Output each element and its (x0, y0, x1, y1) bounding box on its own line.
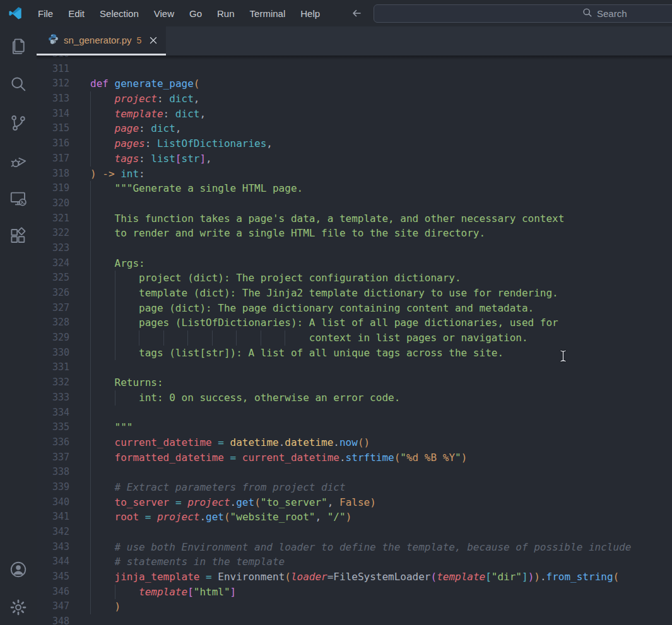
line-number: 333 (37, 390, 69, 406)
code-text: ) -> int: (90, 166, 145, 182)
code-line-314[interactable]: 314 template: dict, (37, 107, 672, 122)
code-editor[interactable]: 310311312def generate_page(313 project: … (37, 55, 672, 625)
sidebar-item-run-and-debug[interactable] (0, 146, 37, 176)
code-line-342[interactable]: 342 (37, 525, 672, 540)
code-line-344[interactable]: 344 # statements in the template (37, 554, 672, 570)
menu-item-go[interactable]: Go (182, 5, 209, 22)
code-line-330[interactable]: 330 tags (list[str]): A list of all uniq… (37, 346, 672, 361)
code-line-312[interactable]: 312def generate_page( (37, 76, 672, 91)
indent-guide (115, 271, 115, 286)
menu-item-terminal[interactable]: Terminal (242, 5, 293, 22)
close-icon[interactable] (149, 36, 158, 45)
code-line-322[interactable]: 322 to render and write a single HTML fi… (37, 226, 672, 241)
code-line-345[interactable]: 345 jinja_template = Environment(loader=… (37, 570, 672, 585)
tab-bar: sn_generator.py 5 (37, 26, 672, 55)
code-text: ) (90, 599, 121, 614)
code-line-316[interactable]: 316 pages: ListOfDictionaries, (37, 136, 672, 151)
indent-guide (90, 375, 91, 390)
code-line-333[interactable]: 333 int: 0 on success, otherwise an erro… (37, 390, 672, 406)
code-line-326[interactable]: 326 template (dict): The Jinja2 template… (37, 286, 672, 301)
code-line-324[interactable]: 324 Args: (37, 256, 672, 271)
indent-guide (285, 330, 285, 346)
code-line-331[interactable]: 331 (37, 360, 672, 375)
line-number: 318 (37, 166, 69, 182)
code-line-336[interactable]: 336 current_datetime = datetime.datetime… (37, 435, 672, 450)
code-line-323[interactable]: 323 (37, 241, 672, 256)
sidebar-item-source-control[interactable] (0, 108, 37, 138)
code-line-334[interactable]: 334 (37, 406, 672, 421)
code-text: page (dict): The page dictionary contain… (90, 301, 534, 316)
line-number: 341 (37, 510, 69, 525)
code-line-320[interactable]: 320 (37, 196, 672, 211)
sidebar-item-account[interactable] (0, 554, 37, 585)
back-arrow-icon[interactable] (350, 7, 363, 20)
menu-item-help[interactable]: Help (293, 5, 327, 22)
line-number: 334 (37, 406, 69, 421)
code-text: tags: list[str], (90, 151, 212, 166)
code-line-340[interactable]: 340 to_server = project.get("to_server",… (37, 495, 672, 510)
tab-sn-generator[interactable]: sn_generator.py 5 (37, 26, 166, 54)
line-number: 335 (37, 420, 69, 435)
search-label: Search (597, 8, 627, 19)
indent-guide (115, 301, 115, 316)
indent-guide (90, 420, 91, 435)
menu-item-selection[interactable]: Selection (92, 5, 146, 22)
code-line-311[interactable]: 311 (37, 62, 672, 77)
indent-guide (90, 241, 91, 256)
menu-item-run[interactable]: Run (209, 5, 242, 22)
code-line-348[interactable]: 348 (37, 614, 672, 625)
indent-guide (90, 599, 91, 614)
line-number: 321 (37, 211, 69, 226)
tab-filename: sn_generator.py (64, 35, 132, 45)
line-number: 315 (37, 121, 69, 136)
code-line-318[interactable]: 318) -> int: (37, 166, 672, 182)
title-bar: FileEditSelectionViewGoRunTerminalHelp S… (0, 0, 672, 26)
code-line-327[interactable]: 327 page (dict): The page dictionary con… (37, 301, 672, 316)
sidebar-item-extensions[interactable] (0, 221, 37, 251)
code-line-313[interactable]: 313 project: dict, (37, 91, 672, 107)
sidebar-item-settings[interactable] (0, 592, 37, 622)
code-line-319[interactable]: 319 """Generate a single HTML page. (37, 181, 672, 196)
code-line-346[interactable]: 346 template["html"] (37, 585, 672, 600)
line-number: 337 (37, 450, 69, 465)
menu-item-file[interactable]: File (30, 5, 61, 22)
indent-guide (90, 495, 91, 510)
code-line-347[interactable]: 347 ) (37, 599, 672, 614)
indent-guide (90, 510, 91, 525)
code-line-317[interactable]: 317 tags: list[str], (37, 151, 672, 166)
vscode-logo-icon (8, 6, 23, 21)
line-number: 336 (37, 435, 69, 450)
code-line-335[interactable]: 335 """ (37, 420, 672, 435)
indent-guide (90, 256, 91, 271)
menu-item-edit[interactable]: Edit (61, 5, 92, 22)
indent-guide (90, 136, 91, 151)
code-line-321[interactable]: 321 This function takes a page's data, a… (37, 211, 672, 226)
command-center-search[interactable]: Search (374, 4, 672, 23)
code-line-310[interactable]: 310 (37, 55, 672, 62)
code-line-325[interactable]: 325 project (dict): The project configur… (37, 271, 672, 286)
line-number: 330 (37, 346, 69, 361)
code-line-343[interactable]: 343 # use both Environment and loader to… (37, 540, 672, 555)
indent-guide (163, 330, 164, 346)
line-number: 320 (37, 196, 69, 211)
code-line-315[interactable]: 315 page: dict, (37, 121, 672, 136)
code-line-339[interactable]: 339 # Extract parameters from project di… (37, 480, 672, 495)
indent-guide (90, 91, 91, 107)
indent-guide (90, 121, 91, 136)
code-line-337[interactable]: 337 formatted_datetime = current_datetim… (37, 450, 672, 465)
code-line-328[interactable]: 328 pages (ListOfDictionaries): A list o… (37, 315, 672, 330)
code-line-341[interactable]: 341 root = project.get("website_root", "… (37, 510, 672, 525)
line-number: 311 (37, 62, 69, 77)
code-line-338[interactable]: 338 (37, 465, 672, 480)
code-line-329[interactable]: 329 context in list pages or navigation. (37, 330, 672, 346)
line-number: 340 (37, 495, 69, 510)
indent-guide (90, 406, 91, 421)
sidebar-item-remote-explorer[interactable] (0, 184, 37, 214)
line-number: 342 (37, 525, 69, 540)
sidebar-item-search[interactable] (0, 69, 37, 99)
sidebar-item-explorer[interactable] (0, 31, 37, 61)
indent-guide (236, 330, 237, 346)
code-line-332[interactable]: 332 Returns: (37, 375, 672, 390)
code-text: to_server = project.get("to_server", Fal… (90, 495, 376, 510)
menu-item-view[interactable]: View (146, 5, 182, 22)
